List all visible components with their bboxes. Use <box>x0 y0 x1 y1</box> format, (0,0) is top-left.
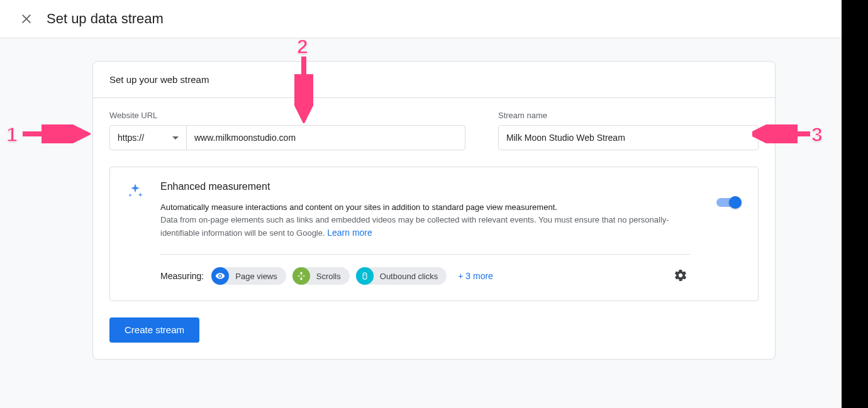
enhanced-measurement-card: Enhanced measurement Automatically measu… <box>109 167 759 301</box>
dialog-body: Set up your web stream Website URL https… <box>0 38 868 408</box>
url-field-group: Website URL https:// <box>109 111 465 150</box>
enhanced-toggle[interactable] <box>716 196 742 209</box>
protocol-value: https:// <box>118 133 144 143</box>
form-row: Website URL https:// Stream name <box>109 111 759 150</box>
learn-more-link[interactable]: Learn more <box>327 228 372 238</box>
chip-scrolls: Scrolls <box>292 267 350 285</box>
chip-outbound: Outbound clicks <box>356 267 447 285</box>
create-stream-button[interactable]: Create stream <box>109 317 199 343</box>
form-area: Website URL https:// Stream name <box>93 98 775 359</box>
card-subtitle: Set up your web stream <box>93 62 775 98</box>
measuring-row: Measuring: Page views <box>160 266 690 287</box>
chip-label: Outbound clicks <box>380 272 438 281</box>
chip-page-views: Page views <box>211 267 286 285</box>
enhanced-title: Enhanced measurement <box>160 181 690 192</box>
enhanced-desc: Automatically measure interactions and c… <box>160 201 690 214</box>
chevron-down-icon <box>172 136 179 140</box>
protocol-select[interactable]: https:// <box>109 125 187 150</box>
stream-label: Stream name <box>498 111 759 120</box>
stream-field-group: Stream name <box>498 111 759 150</box>
main-card: Set up your web stream Website URL https… <box>92 61 776 360</box>
stream-name-input[interactable] <box>498 125 759 150</box>
more-events-link[interactable]: + 3 more <box>458 271 493 281</box>
url-input[interactable] <box>187 125 465 150</box>
url-combo: https:// <box>109 125 465 150</box>
black-sidebar <box>842 0 868 408</box>
divider <box>160 254 690 255</box>
close-icon <box>20 13 33 25</box>
dialog-header: Set up data stream <box>0 0 868 38</box>
settings-button[interactable] <box>671 266 690 287</box>
close-button[interactable] <box>18 10 35 28</box>
measuring-label: Measuring: <box>160 271 204 281</box>
eye-icon <box>211 267 229 285</box>
chip-label: Scrolls <box>316 272 341 281</box>
svg-rect-2 <box>363 273 367 280</box>
sparkle-icon <box>126 182 144 202</box>
enhanced-body: Enhanced measurement Automatically measu… <box>160 181 690 287</box>
chip-label: Page views <box>235 272 277 281</box>
enhanced-note: Data from on-page elements such as links… <box>160 215 669 238</box>
mouse-icon <box>356 267 374 285</box>
dialog-title: Set up data stream <box>47 11 164 27</box>
gear-icon <box>674 268 687 282</box>
url-label: Website URL <box>109 111 465 120</box>
scroll-icon <box>292 267 310 285</box>
